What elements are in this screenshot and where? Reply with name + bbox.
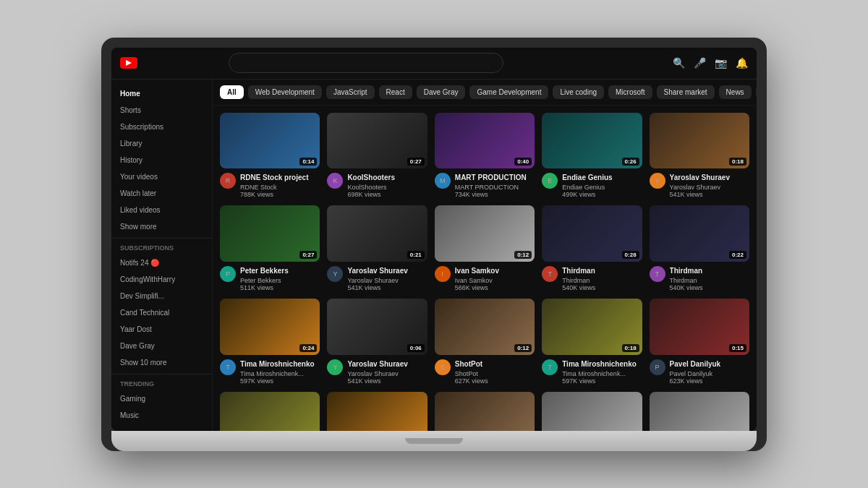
filter-chip-4[interactable]: Dave Gray [417, 85, 466, 99]
mic-icon[interactable]: 🎤 [694, 57, 706, 69]
video-card-17[interactable]: 0:10 S ShotPot ShotPot 627K views [435, 392, 535, 430]
video-meta-11: Yaroslav Shuraev Yaroslav Shuraev 541K v… [347, 359, 427, 385]
video-card-19[interactable]: 0:08 I Ivan Samkov Ivan Samkov 566K view… [650, 392, 749, 430]
video-info-11: Y Yaroslav Shuraev Yaroslav Shuraev 541K… [327, 359, 427, 385]
channel-avatar-9: T [650, 266, 665, 282]
video-card-16[interactable]: 0:12 C Charlie Mounsey Charlie Mounsey 4… [327, 392, 427, 430]
video-card-10[interactable]: 0:24 T Tima Miroshnichenko Tima Miroshni… [220, 299, 320, 385]
filter-chip-1[interactable]: Web Development [248, 85, 322, 99]
video-card-14[interactable]: 0:15 P Pavel Danilyuk Pavel Danilyuk 623… [650, 299, 749, 385]
duration-badge-14: 0:15 [729, 344, 746, 352]
video-views-4: 541K views [670, 191, 749, 198]
duration-badge-1: 0:27 [407, 158, 425, 166]
header: 🔍 🎤 📷 🔔 [111, 48, 757, 80]
filter-chip-2[interactable]: JavaScript [326, 85, 375, 99]
screen: 🔍 🎤 📷 🔔 Home Shorts Subscriptions Librar… [111, 48, 757, 431]
video-meta-13: Tima Miroshnichenko Tima Miroshnichenk..… [562, 359, 642, 385]
video-views-0: 788K views [240, 191, 320, 198]
thumbnail-wrap-16: 0:12 [327, 392, 427, 430]
video-info-8: T Thirdman Thirdman 540K views [542, 266, 642, 291]
video-card-1[interactable]: 0:27 K KoolShooters KoolShooters 698K vi… [327, 113, 427, 199]
video-meta-2: MART PRODUCTION MART PRODUCTION 734K vie… [455, 173, 535, 198]
sidebar-section-subscriptions: Subscriptions Notifs 24 🔴 CodingWithHarr… [111, 238, 212, 371]
sidebar-item-subscriptions[interactable]: Subscriptions [111, 119, 212, 135]
filter-chip-5[interactable]: Game Development [469, 85, 548, 99]
sidebar-item-show-10-more[interactable]: Show 10 more [111, 354, 212, 371]
video-card-12[interactable]: 0:12 S ShotPot ShotPot 627K views [435, 299, 535, 385]
duration-badge-3: 0:26 [622, 158, 639, 166]
video-card-13[interactable]: 0:18 T Tima Miroshnichenko Tima Miroshni… [542, 299, 642, 385]
thumbnail-wrap-18: 0:10 [542, 392, 642, 430]
thumbnail-wrap-1: 0:27 [327, 113, 427, 169]
sidebar-item-show-more[interactable]: Show more [111, 218, 212, 235]
filter-bar: AllWeb DevelopmentJavaScriptReactDave Gr… [213, 80, 757, 106]
duration-badge-9: 0:22 [729, 251, 746, 259]
sidebar-item-codingwithharry[interactable]: CodingWithHarry [111, 271, 212, 288]
sidebar-item-liked-videos[interactable]: Liked videos [111, 202, 212, 218]
sidebar-item-library[interactable]: Library [111, 135, 212, 152]
channel-avatar-11: Y [327, 359, 343, 375]
video-views-12: 627K views [455, 377, 535, 385]
filter-chip-3[interactable]: React [379, 85, 412, 99]
video-card-11[interactable]: 0:06 Y Yaroslav Shuraev Yaroslav Shuraev… [327, 299, 427, 385]
channel-avatar-8: T [542, 266, 558, 282]
video-title-4: Yaroslav Shuraev [670, 173, 749, 182]
video-card-7[interactable]: 0:12 I Ivan Samkov Ivan Samkov 566K view… [435, 205, 535, 291]
search-bar[interactable] [229, 53, 503, 73]
video-card-15[interactable]: 0:31 A Ashutosh Vyas Ashutosh Vyas 512K … [220, 392, 320, 430]
channel-avatar-13: T [542, 359, 558, 375]
video-meta-7: Ivan Samkov Ivan Samkov 566K views [455, 266, 535, 291]
thumbnail-img-19 [650, 392, 749, 430]
video-card-0[interactable]: 0:14 R RDNE Stock project RDNE Stock 788… [220, 113, 320, 199]
duration-badge-2: 0:40 [514, 158, 532, 166]
search-input[interactable] [238, 59, 494, 67]
sidebar-item-shorts[interactable]: Shorts [111, 102, 212, 119]
video-card-4[interactable]: 0:18 Y Yaroslav Shuraev Yaroslav Shuraev… [650, 113, 749, 199]
thumbnail-wrap-15: 0:31 [220, 392, 320, 430]
thumbnail-wrap-14: 0:15 [650, 299, 749, 355]
sidebar-item-notifs[interactable]: Notifs 24 🔴 [111, 254, 212, 271]
duration-badge-12: 0:12 [514, 344, 532, 352]
filter-chip-0[interactable]: All [220, 85, 244, 99]
video-card-3[interactable]: 0:26 E Endiae Genius Endiae Genius 499K … [542, 113, 642, 199]
thumbnail-wrap-11: 0:06 [327, 299, 427, 355]
video-card-2[interactable]: 0:40 M MART PRODUCTION MART PRODUCTION 7… [435, 113, 535, 199]
sidebar-item-home[interactable]: Home [111, 85, 212, 102]
search-icon[interactable]: 🔍 [673, 57, 685, 69]
video-views-10: 597K views [240, 377, 320, 385]
thumbnail-wrap-3: 0:26 [542, 113, 642, 169]
video-card-6[interactable]: 0:21 Y Yaroslav Shuraev Yaroslav Shuraev… [327, 205, 427, 291]
channel-name-12: ShotPot [455, 370, 535, 377]
filter-chip-6[interactable]: Live coding [553, 85, 604, 99]
camera-icon[interactable]: 📷 [715, 57, 727, 69]
sidebar-item-cand-technical[interactable]: Cand Technical [111, 304, 212, 321]
content-area: AllWeb DevelopmentJavaScriptReactDave Gr… [213, 80, 757, 431]
video-title-0: RDNE Stock project [240, 173, 320, 182]
bell-icon[interactable]: 🔔 [736, 57, 748, 69]
sidebar-item-music[interactable]: Music [111, 407, 212, 424]
video-title-2: MART PRODUCTION [455, 173, 535, 182]
filter-chip-10[interactable]: Computer Science [756, 85, 757, 99]
video-info-10: T Tima Miroshnichenko Tima Miroshnichenk… [220, 359, 320, 385]
video-card-5[interactable]: 0:27 P Peter Bekkers Peter Bekkers 511K … [220, 205, 320, 291]
video-card-8[interactable]: 0:28 T Thirdman Thirdman 540K views [542, 205, 642, 291]
sidebar-item-dave-gray[interactable]: Dave Gray [111, 338, 212, 354]
filter-chip-7[interactable]: Microsoft [608, 85, 652, 99]
channel-name-4: Yaroslav Shuraev [670, 184, 749, 191]
sidebar-item-your-videos[interactable]: Your videos [111, 168, 212, 185]
duration-badge-7: 0:12 [514, 251, 532, 259]
video-meta-8: Thirdman Thirdman 540K views [562, 266, 642, 291]
laptop-notch [405, 438, 463, 444]
thumbnail-img-16 [327, 392, 427, 430]
sidebar-item-watch-later[interactable]: Watch later [111, 185, 212, 202]
sidebar-item-history[interactable]: History [111, 152, 212, 168]
sidebar-item-gaming[interactable]: Gaming [111, 390, 212, 407]
video-card-18[interactable]: 0:10 I Ivan Samkov Ivan Samkov 566K view… [542, 392, 642, 430]
filter-chip-9[interactable]: News [719, 85, 752, 99]
logo[interactable] [120, 57, 140, 69]
filter-chip-8[interactable]: Share market [657, 85, 715, 99]
sidebar-item-devsimplifi[interactable]: Dev Simplifi... [111, 288, 212, 304]
video-card-9[interactable]: 0:22 T Thirdman Thirdman 540K views [650, 205, 749, 291]
video-title-14: Pavel Danilyuk [670, 359, 749, 369]
sidebar-item-yaar-dost[interactable]: Yaar Dost [111, 321, 212, 338]
